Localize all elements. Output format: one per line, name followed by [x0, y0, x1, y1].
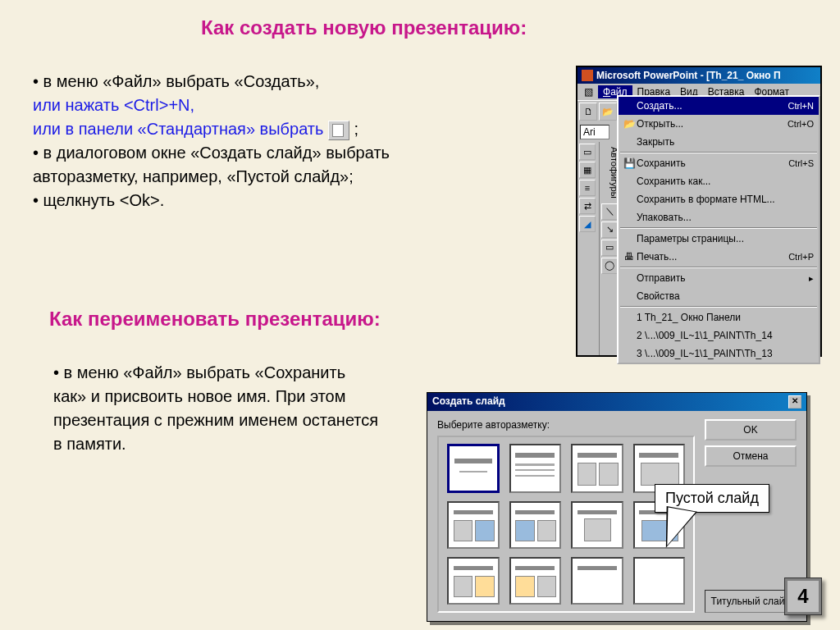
- label: 3 \...\009_IL~1\1_PAINT\Th_13: [637, 348, 814, 359]
- tool-btn[interactable]: ▭: [579, 144, 596, 160]
- separator: [620, 152, 817, 153]
- view-toolbar: ▭ ▦ ≡ ⇄ ◢: [578, 142, 600, 355]
- line: или нажать <Ctrl>+N,: [33, 94, 492, 117]
- shortcut: Ctrl+O: [788, 119, 814, 129]
- label: Отправить: [637, 272, 809, 284]
- menu-item-recent1[interactable]: 1 Th_21_ Окно Панели: [619, 308, 819, 326]
- text: ;: [354, 120, 359, 138]
- window-titlebar: Microsoft PowerPoint - [Th_21_ Окно П: [578, 67, 820, 84]
- menu-item-send[interactable]: Отправить▸: [619, 269, 819, 287]
- shortcut: Ctrl+N: [788, 101, 814, 111]
- menu-item-recent2[interactable]: 2 \...\009_IL~1\1_PAINT\Th_14: [619, 326, 819, 345]
- oval-tool[interactable]: ◯: [601, 258, 618, 274]
- rect-tool[interactable]: ▭: [601, 240, 618, 256]
- dialog-body: Выберите авторазметку:: [427, 411, 806, 621]
- label: Сохранить: [637, 158, 788, 169]
- close-button[interactable]: ✕: [788, 395, 801, 409]
- shortcut-text: <Ctrl>+N: [124, 96, 190, 114]
- layout-clip-text[interactable]: [509, 557, 562, 605]
- line-tool[interactable]: ＼: [601, 203, 618, 220]
- layout-orgchart[interactable]: [571, 501, 623, 549]
- powerpoint-window: Microsoft PowerPoint - [Th_21_ Окно П ▧ …: [576, 66, 822, 357]
- separator: [620, 227, 817, 229]
- instructions-rename: • в меню «Файл» выбрать «Сохранить как» …: [53, 361, 381, 456]
- line: или в панели «Стандартная» выбрать ;: [33, 117, 492, 141]
- page-number-badge: 4: [784, 578, 822, 615]
- tool-btn[interactable]: ≡: [579, 180, 596, 196]
- text: или нажать: [33, 96, 124, 114]
- menu-item-save[interactable]: 💾СохранитьCtrl+S: [619, 154, 819, 172]
- menu-item-properties[interactable]: Свойства: [619, 287, 819, 305]
- layout-grid: [437, 436, 695, 613]
- menu-item-pack[interactable]: Упаковать...: [619, 208, 819, 226]
- layout-title-slide[interactable]: [447, 444, 500, 493]
- menu-item-close[interactable]: Закрыть: [619, 133, 819, 151]
- open-button[interactable]: 📂: [599, 103, 617, 121]
- print-icon: 🖶: [622, 251, 637, 262]
- label: Закрыть: [637, 136, 814, 148]
- label: Свойства: [637, 290, 814, 302]
- font-name-box[interactable]: Ari: [580, 125, 609, 139]
- new-document-icon: [328, 121, 349, 140]
- heading-rename: Как переименовать презентацию:: [49, 308, 381, 331]
- tool-btn[interactable]: ⇄: [579, 198, 596, 214]
- dialog-prompt: Выберите авторазметку:: [437, 419, 695, 431]
- window-title: Microsoft PowerPoint - [Th_21_ Окно П: [596, 70, 781, 81]
- submenu-arrow-icon: ▸: [809, 273, 814, 284]
- layout-title-only[interactable]: [571, 557, 623, 605]
- layout-two-column[interactable]: [571, 444, 623, 493]
- tool-btn[interactable]: ◢: [579, 216, 596, 232]
- instructions-create: • в меню «Файл» выбрать «Создать», или н…: [33, 70, 492, 212]
- text: или в панели «Стандартная» выбрать: [33, 120, 323, 138]
- line: авторазметку, например, «Пустой слайд»;: [33, 165, 492, 189]
- menu-item-new[interactable]: Создать...Ctrl+N: [619, 97, 819, 115]
- line: • в диалоговом окне «Создать слайд» выбр…: [33, 141, 492, 165]
- callout-blank-slide: Пустой слайд: [655, 484, 769, 513]
- dialog-right: OK Отмена Титульный слайд: [705, 419, 797, 613]
- label: 2 \...\009_IL~1\1_PAINT\Th_14: [637, 330, 814, 341]
- separator: [620, 267, 817, 268]
- arrow-tool[interactable]: ↘: [601, 221, 618, 238]
- label: Создать...: [637, 100, 788, 112]
- menu-item-saveas[interactable]: Сохранить как...: [619, 172, 819, 190]
- label: Открыть...: [637, 118, 788, 130]
- label: Печать...: [637, 251, 788, 262]
- dialog-left: Выберите авторазметку:: [437, 419, 695, 613]
- new-button[interactable]: 🗋: [579, 103, 597, 121]
- file-menu-dropdown: Создать...Ctrl+N 📂Открыть...Ctrl+O Закры…: [617, 95, 820, 364]
- layout-chart-text[interactable]: [509, 501, 562, 549]
- menu-item-print[interactable]: 🖶Печать...Ctrl+P: [619, 248, 819, 266]
- dialog-titlebar: Создать слайд ✕: [427, 393, 806, 411]
- layout-name-label: Титульный слайд: [705, 590, 797, 613]
- dialog-title: Создать слайд: [432, 395, 505, 409]
- cancel-button[interactable]: Отмена: [705, 445, 797, 467]
- line: • щелкнуть <Ok>.: [33, 189, 492, 212]
- shortcut: Ctrl+P: [788, 252, 814, 262]
- menu-item-open[interactable]: 📂Открыть...Ctrl+O: [619, 115, 819, 133]
- layout-text-clip[interactable]: [447, 557, 500, 605]
- label: 1 Th_21_ Окно Панели: [637, 312, 814, 323]
- system-menu-icon[interactable]: ▧: [579, 85, 598, 98]
- label: Сохранить в формате HTML...: [637, 194, 814, 205]
- menu-item-savehtml[interactable]: Сохранить в формате HTML...: [619, 190, 819, 208]
- app-icon: [582, 70, 593, 81]
- heading-create: Как создать новую презентацию:: [201, 16, 527, 39]
- tool-btn[interactable]: ▦: [579, 162, 596, 178]
- menu-item-recent3[interactable]: 3 \...\009_IL~1\1_PAINT\Th_13: [619, 345, 819, 363]
- label: Сохранить как...: [637, 176, 814, 187]
- layout-bulleted-list[interactable]: [509, 444, 562, 493]
- layout-blank[interactable]: [633, 557, 686, 605]
- line: • в меню «Файл» выбрать «Создать»,: [33, 70, 492, 94]
- label: Упаковать...: [637, 212, 814, 223]
- text: ,: [190, 96, 195, 114]
- save-icon: 💾: [622, 158, 637, 169]
- label: Параметры страницы...: [637, 233, 814, 244]
- separator: [620, 306, 817, 308]
- menu-item-pagesetup[interactable]: Параметры страницы...: [619, 230, 819, 248]
- shortcut: Ctrl+S: [788, 158, 814, 168]
- open-icon: 📂: [622, 118, 637, 130]
- layout-text-chart[interactable]: [447, 501, 500, 549]
- ok-button[interactable]: OK: [705, 419, 797, 441]
